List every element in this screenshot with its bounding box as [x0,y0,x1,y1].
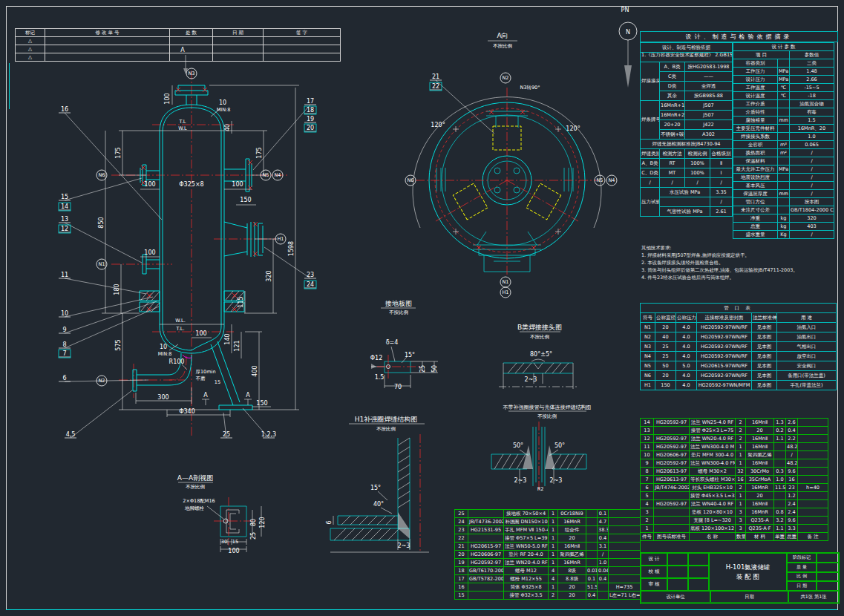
table-cell [798,500,828,508]
table-cell [654,508,690,517]
table-cell: 全焊透 [685,82,733,91]
table-cell: ℃ [778,84,790,92]
table-cell: 备 注 [798,533,828,541]
detail-nozzle-weld: 不带补强圈接管与壳体连接焊缝结构图不按比例50°50°2~32~3R2 [503,404,592,492]
table-cell: 法兰 WN40-4.0 RF [690,500,736,508]
dim-text: Φ325×8 [179,181,203,188]
table-cell [778,157,790,166]
table-cell: 14 [641,419,654,427]
table-cell [609,551,641,559]
table-cell: 接管 Φ25×3 L=75 [690,427,736,435]
drawing-type: 装 配 图 [736,572,759,582]
table-cell: 1 [641,525,654,533]
table-cell: 1 [549,583,558,592]
drawing-name: H-101氨液储罐 [726,563,771,572]
table-cell: 16MnR+20 [660,111,685,120]
table-cell: 48.2 [786,443,798,451]
table-cell: 5.0 [676,361,697,371]
dim-text: 100 [195,330,206,337]
table-cell: 2 [736,435,746,443]
table-cell: 25 [455,510,468,518]
table-cell: HG20592-97 [654,419,690,427]
table-cell: 21 [455,543,468,551]
table-cell: 15 [455,592,468,600]
table-cell [774,459,786,468]
dim-text: 50° [513,442,523,449]
title-block-meta: 阶段标记 质 量 比 例 日 期 [787,553,839,591]
table-cell [774,492,786,500]
table-cell: 18 [455,567,468,575]
pn-label: PN [621,7,629,13]
table-cell: 见本图 [752,352,777,361]
table-cell: 保温材料 [733,157,778,166]
table-cell: 数量 [736,533,746,541]
table-cell: 见本图 [752,332,777,342]
table-cell: 焊缝类别 [641,149,660,159]
table-cell: 22 [455,534,468,543]
dim-text: 100 [228,548,239,554]
dim-text: 100 [164,93,171,104]
table-cell: 检测比例 [685,149,710,159]
table-cell: 16MnR [746,508,774,517]
table-cell: HG20615-97 [468,543,504,551]
note-line: 1. 焊接材料采用J507型焊条,施焊前应按规定烘干。 [641,252,837,260]
table-cell: 20 [655,371,676,381]
balloon-label: 23 [307,272,314,278]
table-cell: N1 [641,323,655,332]
table-cell: 2 [736,427,746,435]
table-cell: 手孔 MFM Ⅶ 150-4.0 [504,526,549,534]
table-cell: 补强圈 DN150×10-C [504,518,549,526]
table-cell: 1 [736,459,746,468]
table-cell: 参数值 [790,51,834,59]
table-cell: 封头 EHB325×10 [690,484,736,492]
table-cell: J507 [685,111,733,120]
table-cell: 16MnⅡ [746,443,774,451]
table-cell: N5 [641,361,655,371]
balloon-label: 18 [307,107,314,114]
table-cell: 4 [641,500,654,508]
nozzle-mark-label: N2 [503,75,509,81]
title-block: 设 计 校 核 审 核 H-101氨液储罐 装 配 图 阶段标记 质 量 比 例… [640,552,840,604]
dim-text: T.L [179,119,186,125]
table-cell: 设计压力 [733,76,778,84]
table-cell [468,510,504,518]
table-cell: 单重 [774,533,786,541]
table-cell: 16MnⅡ [746,435,774,443]
balloon-leader [65,307,159,348]
table-cell [798,451,828,459]
table-cell: 0.1 [586,575,598,583]
table-cell: 螺栓 M12×55 [504,575,549,583]
note-line: 4. 件号23经水压试验合格后再与筒体组焊。 [641,275,837,282]
dim-text: 100 [144,249,155,256]
table-cell: 2 [736,419,746,427]
dim-text: A [203,392,208,399]
table-cell: 压力试验 [641,188,660,217]
date-label: 日 期 [787,581,817,591]
balloon-label: 17 [307,98,314,105]
balloon-label: 20 [307,125,314,131]
table-cell: 7 [641,476,654,484]
table-cell: 按本图 [790,198,834,206]
dim-text: 30 [221,539,227,545]
table-cell [468,534,504,543]
table-cell [609,534,641,543]
table-cell: 0.4 [786,427,798,435]
balloon-label: 4,5 [66,431,76,438]
dim-text: 2×Φ18配M16 [183,498,215,504]
table-cell: 40 [655,332,676,342]
table-cell: 19 [455,559,468,567]
table-cell [798,459,828,468]
table-cell: H1 [641,381,655,390]
checker-label: 校 核 [641,566,667,578]
table-cell: 按HG20583-1998 [685,62,733,72]
table-cell: 气相出口 [777,342,837,352]
table-cell: 4 [549,575,558,583]
dim-text: 40 [224,124,231,131]
table-cell: HG20592-97WN/RF [697,352,752,361]
table-cell: A、B类 [641,159,660,168]
table-cell: 0.3 [774,468,786,476]
dim-text: T.L. [176,326,185,332]
table-cell: -15~5 [790,84,834,92]
table-cell: 9 [641,459,654,468]
table-cell: / [710,197,733,207]
